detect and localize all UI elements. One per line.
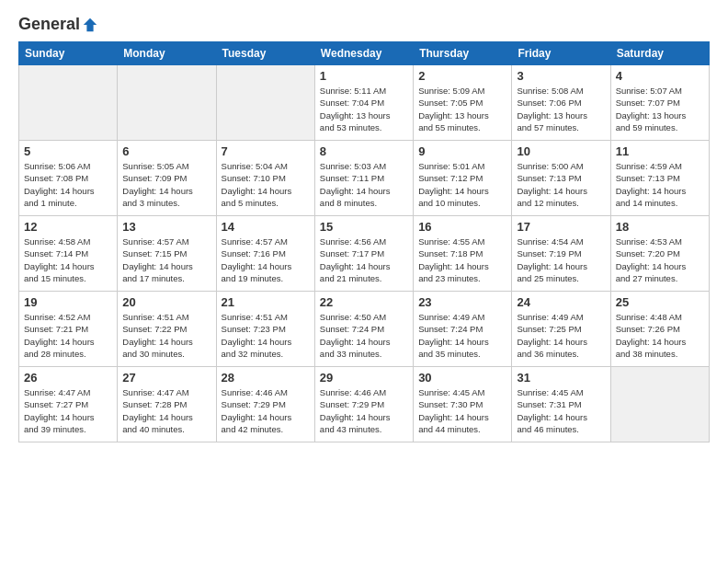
day-number: 28 xyxy=(222,371,310,385)
day-number: 22 xyxy=(320,295,408,309)
weekday-header-row: SundayMondayTuesdayWednesdayThursdayFrid… xyxy=(19,42,710,65)
day-number: 9 xyxy=(418,144,506,158)
calendar-cell: 23Sunrise: 4:49 AM Sunset: 7:24 PM Dayli… xyxy=(414,292,512,367)
day-info: Sunrise: 5:08 AM Sunset: 7:06 PM Dayligh… xyxy=(517,85,605,133)
day-info: Sunrise: 4:50 AM Sunset: 7:24 PM Dayligh… xyxy=(320,311,408,360)
day-info: Sunrise: 4:51 AM Sunset: 7:23 PM Dayligh… xyxy=(222,311,310,360)
day-info: Sunrise: 4:47 AM Sunset: 7:28 PM Dayligh… xyxy=(122,386,210,435)
week-row-2: 5Sunrise: 5:06 AM Sunset: 7:08 PM Daylig… xyxy=(19,141,710,216)
calendar: SundayMondayTuesdayWednesdayThursdayFrid… xyxy=(18,41,710,442)
day-number: 17 xyxy=(517,220,605,234)
day-info: Sunrise: 4:45 AM Sunset: 7:31 PM Dayligh… xyxy=(517,386,605,435)
calendar-cell: 2Sunrise: 5:09 AM Sunset: 7:05 PM Daylig… xyxy=(414,65,512,141)
day-number: 2 xyxy=(418,69,506,83)
calendar-cell: 12Sunrise: 4:58 AM Sunset: 7:14 PM Dayli… xyxy=(19,216,118,292)
calendar-cell: 28Sunrise: 4:46 AM Sunset: 7:29 PM Dayli… xyxy=(216,367,314,442)
calendar-cell: 4Sunrise: 5:07 AM Sunset: 7:07 PM Daylig… xyxy=(610,65,709,141)
day-info: Sunrise: 5:01 AM Sunset: 7:12 PM Dayligh… xyxy=(418,160,506,209)
day-info: Sunrise: 5:07 AM Sunset: 7:07 PM Dayligh… xyxy=(616,85,704,133)
calendar-cell xyxy=(216,65,314,141)
calendar-cell: 13Sunrise: 4:57 AM Sunset: 7:15 PM Dayli… xyxy=(118,216,216,292)
day-number: 20 xyxy=(122,295,210,309)
day-number: 3 xyxy=(517,69,605,83)
week-row-1: 1Sunrise: 5:11 AM Sunset: 7:04 PM Daylig… xyxy=(19,65,710,141)
calendar-cell: 14Sunrise: 4:57 AM Sunset: 7:16 PM Dayli… xyxy=(216,216,314,292)
weekday-header-wednesday: Wednesday xyxy=(314,42,413,65)
calendar-cell: 27Sunrise: 4:47 AM Sunset: 7:28 PM Dayli… xyxy=(118,367,216,442)
day-number: 16 xyxy=(418,220,506,234)
calendar-cell: 11Sunrise: 4:59 AM Sunset: 7:13 PM Dayli… xyxy=(610,141,709,216)
day-number: 12 xyxy=(24,220,112,234)
calendar-cell: 9Sunrise: 5:01 AM Sunset: 7:12 PM Daylig… xyxy=(414,141,512,216)
calendar-cell: 20Sunrise: 4:51 AM Sunset: 7:22 PM Dayli… xyxy=(118,292,216,367)
day-info: Sunrise: 4:46 AM Sunset: 7:29 PM Dayligh… xyxy=(320,386,408,435)
day-info: Sunrise: 5:09 AM Sunset: 7:05 PM Dayligh… xyxy=(418,85,506,133)
calendar-cell: 16Sunrise: 4:55 AM Sunset: 7:18 PM Dayli… xyxy=(414,216,512,292)
day-info: Sunrise: 4:59 AM Sunset: 7:13 PM Dayligh… xyxy=(616,160,704,209)
calendar-cell: 10Sunrise: 5:00 AM Sunset: 7:13 PM Dayli… xyxy=(512,141,610,216)
week-row-4: 19Sunrise: 4:52 AM Sunset: 7:21 PM Dayli… xyxy=(19,292,710,367)
calendar-cell: 29Sunrise: 4:46 AM Sunset: 7:29 PM Dayli… xyxy=(314,367,413,442)
calendar-cell xyxy=(610,367,709,442)
weekday-header-thursday: Thursday xyxy=(414,42,512,65)
day-info: Sunrise: 4:45 AM Sunset: 7:30 PM Dayligh… xyxy=(418,386,506,435)
weekday-header-saturday: Saturday xyxy=(610,42,709,65)
day-number: 21 xyxy=(222,295,310,309)
day-number: 14 xyxy=(222,220,310,234)
day-number: 6 xyxy=(122,144,210,158)
weekday-header-friday: Friday xyxy=(512,42,610,65)
day-number: 15 xyxy=(320,220,408,234)
day-info: Sunrise: 4:54 AM Sunset: 7:19 PM Dayligh… xyxy=(517,236,605,284)
day-info: Sunrise: 4:48 AM Sunset: 7:26 PM Dayligh… xyxy=(616,311,704,360)
day-number: 27 xyxy=(122,371,210,385)
day-info: Sunrise: 4:57 AM Sunset: 7:16 PM Dayligh… xyxy=(222,236,310,284)
calendar-cell: 24Sunrise: 4:49 AM Sunset: 7:25 PM Dayli… xyxy=(512,292,610,367)
header: General xyxy=(18,15,710,32)
calendar-cell: 1Sunrise: 5:11 AM Sunset: 7:04 PM Daylig… xyxy=(314,65,413,141)
weekday-header-sunday: Sunday xyxy=(19,42,118,65)
day-number: 23 xyxy=(418,295,506,309)
day-info: Sunrise: 5:06 AM Sunset: 7:08 PM Dayligh… xyxy=(24,160,112,209)
day-info: Sunrise: 5:04 AM Sunset: 7:10 PM Dayligh… xyxy=(222,160,310,209)
calendar-cell: 18Sunrise: 4:53 AM Sunset: 7:20 PM Dayli… xyxy=(610,216,709,292)
calendar-cell xyxy=(19,65,118,141)
day-number: 26 xyxy=(24,371,112,385)
week-row-3: 12Sunrise: 4:58 AM Sunset: 7:14 PM Dayli… xyxy=(19,216,710,292)
calendar-cell: 8Sunrise: 5:03 AM Sunset: 7:11 PM Daylig… xyxy=(314,141,413,216)
day-info: Sunrise: 5:05 AM Sunset: 7:09 PM Dayligh… xyxy=(122,160,210,209)
logo: General xyxy=(18,15,98,32)
day-number: 7 xyxy=(222,144,310,158)
day-info: Sunrise: 4:49 AM Sunset: 7:24 PM Dayligh… xyxy=(418,311,506,360)
calendar-cell: 25Sunrise: 4:48 AM Sunset: 7:26 PM Dayli… xyxy=(610,292,709,367)
day-number: 31 xyxy=(517,371,605,385)
day-number: 11 xyxy=(616,144,704,158)
day-info: Sunrise: 5:00 AM Sunset: 7:13 PM Dayligh… xyxy=(517,160,605,209)
day-number: 4 xyxy=(616,69,704,83)
calendar-cell: 5Sunrise: 5:06 AM Sunset: 7:08 PM Daylig… xyxy=(19,141,118,216)
svg-marker-0 xyxy=(84,17,97,30)
day-info: Sunrise: 4:53 AM Sunset: 7:20 PM Dayligh… xyxy=(616,236,704,284)
calendar-cell: 30Sunrise: 4:45 AM Sunset: 7:30 PM Dayli… xyxy=(414,367,512,442)
logo-general: General xyxy=(18,15,80,34)
day-number: 5 xyxy=(24,144,112,158)
calendar-cell: 3Sunrise: 5:08 AM Sunset: 7:06 PM Daylig… xyxy=(512,65,610,141)
day-info: Sunrise: 5:11 AM Sunset: 7:04 PM Dayligh… xyxy=(320,85,408,133)
day-info: Sunrise: 4:56 AM Sunset: 7:17 PM Dayligh… xyxy=(320,236,408,284)
day-info: Sunrise: 4:47 AM Sunset: 7:27 PM Dayligh… xyxy=(24,386,112,435)
day-number: 19 xyxy=(24,295,112,309)
day-info: Sunrise: 4:58 AM Sunset: 7:14 PM Dayligh… xyxy=(24,236,112,284)
calendar-cell: 31Sunrise: 4:45 AM Sunset: 7:31 PM Dayli… xyxy=(512,367,610,442)
calendar-cell: 22Sunrise: 4:50 AM Sunset: 7:24 PM Dayli… xyxy=(314,292,413,367)
calendar-cell: 19Sunrise: 4:52 AM Sunset: 7:21 PM Dayli… xyxy=(19,292,118,367)
weekday-header-tuesday: Tuesday xyxy=(216,42,314,65)
day-number: 30 xyxy=(418,371,506,385)
page: General SundayMondayTuesdayWednesdayThur… xyxy=(0,0,728,563)
day-info: Sunrise: 4:46 AM Sunset: 7:29 PM Dayligh… xyxy=(222,386,310,435)
day-info: Sunrise: 5:03 AM Sunset: 7:11 PM Dayligh… xyxy=(320,160,408,209)
day-info: Sunrise: 4:55 AM Sunset: 7:18 PM Dayligh… xyxy=(418,236,506,284)
day-number: 10 xyxy=(517,144,605,158)
day-number: 25 xyxy=(616,295,704,309)
day-info: Sunrise: 4:52 AM Sunset: 7:21 PM Dayligh… xyxy=(24,311,112,360)
day-info: Sunrise: 4:51 AM Sunset: 7:22 PM Dayligh… xyxy=(122,311,210,360)
day-number: 1 xyxy=(320,69,408,83)
